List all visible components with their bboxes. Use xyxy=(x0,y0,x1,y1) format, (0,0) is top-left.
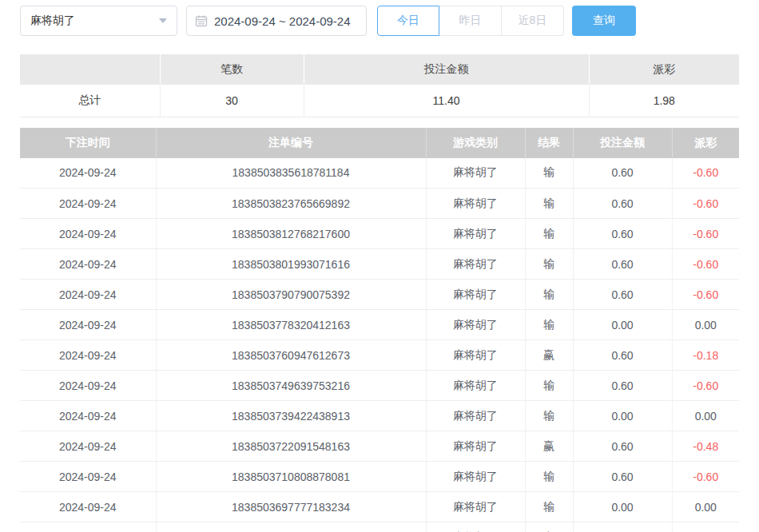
bet-amount: 0.00 xyxy=(573,310,672,340)
bet-time: 2024-09-24 xyxy=(20,340,156,371)
payout: 0.00 xyxy=(672,401,739,431)
game-type: 麻将胡了 xyxy=(426,371,525,401)
bet-time: 2024-09-24 xyxy=(20,189,156,219)
payout: -0.60 xyxy=(672,280,739,310)
payout: -0.60 xyxy=(672,462,739,492)
table-row: 2024-09-241838503801993071616麻将胡了输0.60-0… xyxy=(20,249,739,280)
chevron-down-icon xyxy=(159,18,167,23)
summary-header-payout: 派彩 xyxy=(589,54,739,85)
bet-amount: 0.60 xyxy=(573,340,672,371)
result: 输 xyxy=(525,219,573,249)
game-select[interactable]: 麻将胡了 xyxy=(20,6,177,36)
bet-id: 1838503823765669892 xyxy=(156,189,426,219)
result: 输 xyxy=(525,462,573,492)
bet-time: 2024-09-24 xyxy=(20,371,156,401)
last-8-days-button[interactable]: 近8日 xyxy=(502,6,564,36)
summary-total-label: 总计 xyxy=(20,85,160,117)
bet-records-table: 下注时间 注单编号 游戏类别 结果 投注金额 派彩 2024-09-241838… xyxy=(20,128,739,532)
game-type: 麻将胡了 xyxy=(426,219,525,249)
game-type: 麻将胡了 xyxy=(426,431,525,462)
bet-amount: 0.60 xyxy=(573,371,672,401)
summary-header-bet-amount: 投注金额 xyxy=(304,54,589,85)
payout: -0.60 xyxy=(672,249,739,280)
query-button[interactable]: 查询 xyxy=(572,6,636,36)
table-row: 2024-09-241838503739422438913麻将胡了输0.000.… xyxy=(20,401,739,431)
summary-header-blank xyxy=(20,54,160,85)
bet-time: 2024-09-24 xyxy=(20,492,156,522)
result: 赢 xyxy=(525,431,573,462)
table-row: 2024-09-241838503778320412163麻将胡了输0.000.… xyxy=(20,310,739,340)
bet-amount: 0.00 xyxy=(573,492,672,522)
bet-id: 1838503835618781184 xyxy=(156,158,426,189)
bet-time: 2024-09-24 xyxy=(20,431,156,462)
bet-id: 1838503812768217600 xyxy=(156,219,426,249)
date-range-input[interactable]: 2024-09-24 ~ 2024-09-24 xyxy=(186,6,367,36)
bet-amount: 0.60 xyxy=(573,431,672,462)
header-result: 结果 xyxy=(525,128,573,158)
table-row: 麻将胡了赢 xyxy=(20,522,739,532)
result: 赢 xyxy=(525,340,573,371)
bet-time: 2024-09-24 xyxy=(20,249,156,280)
game-type: 麻将胡了 xyxy=(426,158,525,189)
header-game-type: 游戏类别 xyxy=(426,128,525,158)
bet-time: 2024-09-24 xyxy=(20,219,156,249)
bet-id: 1838503801993071616 xyxy=(156,249,426,280)
game-type: 麻将胡了 xyxy=(426,492,525,522)
bet-time: 2024-09-24 xyxy=(20,280,156,310)
bet-id: 1838503739422438913 xyxy=(156,401,426,431)
betting-records-page: 麻将胡了 2024-09-24 ~ 2024-09-24 今日 昨日 近8日 查… xyxy=(0,0,759,532)
result: 输 xyxy=(525,189,573,219)
bet-amount: 0.60 xyxy=(573,462,672,492)
game-type: 麻将胡了 xyxy=(426,249,525,280)
bet-time: 2024-09-24 xyxy=(20,310,156,340)
summary-header-row: 笔数 投注金额 派彩 xyxy=(20,54,739,85)
table-header-row: 下注时间 注单编号 游戏类别 结果 投注金额 派彩 xyxy=(20,128,739,158)
payout: -0.18 xyxy=(672,340,739,371)
bet-time: 2024-09-24 xyxy=(20,462,156,492)
bet-time: 2024-09-24 xyxy=(20,158,156,189)
bet-amount: 0.60 xyxy=(573,189,672,219)
result: 输 xyxy=(525,158,573,189)
bet-id: 1838503710808878081 xyxy=(156,462,426,492)
table-row: 2024-09-241838503710808878081麻将胡了输0.60-0… xyxy=(20,462,739,492)
bet-amount: 0.60 xyxy=(573,280,672,310)
table-row: 2024-09-241838503823765669892麻将胡了输0.60-0… xyxy=(20,189,739,219)
bet-amount: 0.60 xyxy=(573,249,672,280)
bet-id: 1838503760947612673 xyxy=(156,340,426,371)
bet-amount xyxy=(573,522,672,532)
summary-total-count: 30 xyxy=(160,85,304,117)
bet-id: 1838503722091548163 xyxy=(156,431,426,462)
yesterday-button[interactable]: 昨日 xyxy=(439,6,502,36)
summary-table: 笔数 投注金额 派彩 总计 30 11.40 1.98 xyxy=(20,54,739,117)
game-type: 麻将胡了 xyxy=(426,522,525,532)
summary-total-row: 总计 30 11.40 1.98 xyxy=(20,85,739,117)
payout: -0.60 xyxy=(672,371,739,401)
bet-table-body: 2024-09-241838503835618781184麻将胡了输0.60-0… xyxy=(20,158,739,532)
quick-date-button-group: 今日 昨日 近8日 xyxy=(377,6,564,36)
header-bet-id: 注单编号 xyxy=(156,128,426,158)
date-range-value: 2024-09-24 ~ 2024-09-24 xyxy=(214,14,351,28)
table-row: 2024-09-241838503697777183234麻将胡了输0.000.… xyxy=(20,492,739,522)
game-type: 麻将胡了 xyxy=(426,401,525,431)
table-row: 2024-09-241838503722091548163麻将胡了赢0.60-0… xyxy=(20,431,739,462)
today-button[interactable]: 今日 xyxy=(377,6,439,36)
payout: 0.00 xyxy=(672,310,739,340)
result: 赢 xyxy=(525,522,573,532)
bet-id: 1838503749639753216 xyxy=(156,371,426,401)
result: 输 xyxy=(525,249,573,280)
payout: 0.00 xyxy=(672,492,739,522)
game-type: 麻将胡了 xyxy=(426,462,525,492)
game-type: 麻将胡了 xyxy=(426,280,525,310)
bet-amount: 0.60 xyxy=(573,158,672,189)
table-row: 2024-09-241838503835618781184麻将胡了输0.60-0… xyxy=(20,158,739,189)
game-type: 麻将胡了 xyxy=(426,310,525,340)
bet-id: 1838503790790075392 xyxy=(156,280,426,310)
result: 输 xyxy=(525,310,573,340)
payout: -0.48 xyxy=(672,431,739,462)
bet-id xyxy=(156,522,426,532)
game-type: 麻将胡了 xyxy=(426,340,525,371)
table-row: 2024-09-241838503812768217600麻将胡了输0.60-0… xyxy=(20,219,739,249)
table-row: 2024-09-241838503760947612673麻将胡了赢0.60-0… xyxy=(20,340,739,371)
table-row: 2024-09-241838503790790075392麻将胡了输0.60-0… xyxy=(20,280,739,310)
game-select-value: 麻将胡了 xyxy=(30,14,75,28)
